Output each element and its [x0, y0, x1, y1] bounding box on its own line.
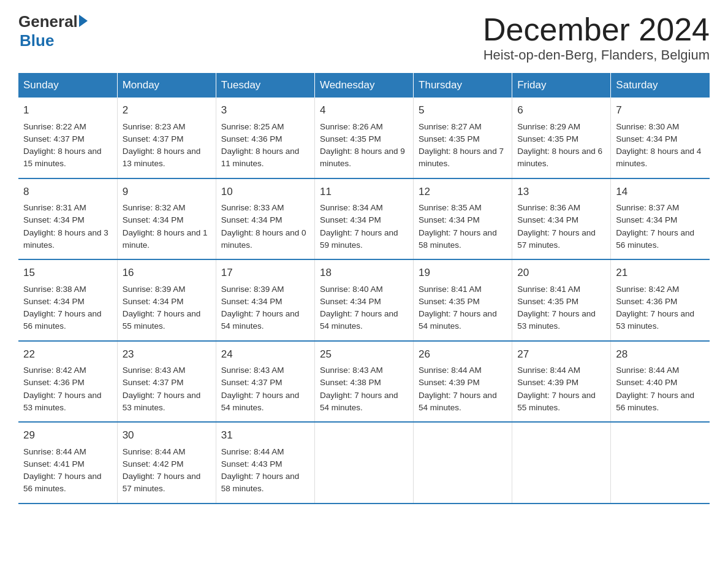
weekday-header-friday: Friday: [512, 73, 611, 98]
calendar-cell: 8Sunrise: 8:31 AMSunset: 4:34 PMDaylight…: [18, 178, 117, 260]
day-number: 26: [419, 347, 507, 362]
calendar-cell: 5Sunrise: 8:27 AMSunset: 4:35 PMDaylight…: [414, 98, 512, 178]
calendar-cell: 13Sunrise: 8:36 AMSunset: 4:34 PMDayligh…: [512, 178, 611, 260]
logo: General Blue: [18, 12, 88, 50]
day-number: 23: [123, 347, 211, 362]
calendar-cell: 19Sunrise: 8:41 AMSunset: 4:35 PMDayligh…: [414, 259, 512, 341]
day-number: 2: [123, 102, 211, 118]
day-number: 5: [419, 102, 507, 118]
day-number: 1: [23, 102, 112, 118]
week-row-3: 15Sunrise: 8:38 AMSunset: 4:34 PMDayligh…: [18, 259, 710, 341]
calendar-cell: 1Sunrise: 8:22 AMSunset: 4:37 PMDaylight…: [18, 98, 117, 178]
day-number: 20: [517, 265, 605, 281]
logo-blue: Blue: [20, 31, 88, 50]
calendar-cell: 21Sunrise: 8:42 AMSunset: 4:36 PMDayligh…: [611, 259, 710, 341]
calendar-cell: 28Sunrise: 8:44 AMSunset: 4:40 PMDayligh…: [611, 341, 710, 423]
month-title: December 2024: [483, 12, 710, 47]
day-number: 9: [123, 184, 211, 200]
day-number: 14: [616, 184, 705, 200]
logo-triangle-icon: [79, 15, 88, 27]
week-row-5: 29Sunrise: 8:44 AMSunset: 4:41 PMDayligh…: [18, 422, 710, 504]
day-number: 17: [221, 265, 309, 281]
calendar-cell: 24Sunrise: 8:43 AMSunset: 4:37 PMDayligh…: [216, 341, 314, 423]
day-number: 8: [23, 184, 112, 200]
day-number: 24: [221, 347, 309, 362]
day-number: 21: [616, 265, 705, 281]
calendar-cell: 2Sunrise: 8:23 AMSunset: 4:37 PMDaylight…: [117, 98, 216, 178]
weekday-header-sunday: Sunday: [18, 73, 117, 98]
calendar-cell: [512, 422, 611, 504]
day-number: 16: [123, 265, 211, 281]
calendar-cell: 7Sunrise: 8:30 AMSunset: 4:34 PMDaylight…: [611, 98, 710, 178]
week-row-4: 22Sunrise: 8:42 AMSunset: 4:36 PMDayligh…: [18, 341, 710, 423]
calendar-cell: [414, 422, 512, 504]
calendar-cell: 22Sunrise: 8:42 AMSunset: 4:36 PMDayligh…: [18, 341, 117, 423]
page-header: General Blue December 2024 Heist-op-den-…: [18, 12, 710, 63]
weekday-header-monday: Monday: [117, 73, 216, 98]
calendar-cell: 18Sunrise: 8:40 AMSunset: 4:34 PMDayligh…: [314, 259, 413, 341]
day-number: 27: [517, 347, 605, 362]
calendar-cell: 16Sunrise: 8:39 AMSunset: 4:34 PMDayligh…: [117, 259, 216, 341]
day-number: 10: [221, 184, 309, 200]
calendar-cell: 30Sunrise: 8:44 AMSunset: 4:42 PMDayligh…: [117, 422, 216, 504]
day-number: 11: [320, 184, 408, 200]
calendar-cell: 10Sunrise: 8:33 AMSunset: 4:34 PMDayligh…: [216, 178, 314, 260]
logo-general: General: [18, 12, 78, 31]
calendar-cell: 27Sunrise: 8:44 AMSunset: 4:39 PMDayligh…: [512, 341, 611, 423]
calendar-cell: 15Sunrise: 8:38 AMSunset: 4:34 PMDayligh…: [18, 259, 117, 341]
day-number: 29: [23, 427, 112, 443]
day-number: 28: [616, 347, 705, 362]
calendar-table: SundayMondayTuesdayWednesdayThursdayFrid…: [18, 73, 710, 504]
weekday-header-thursday: Thursday: [414, 73, 512, 98]
weekday-header-tuesday: Tuesday: [216, 73, 314, 98]
calendar-cell: 9Sunrise: 8:32 AMSunset: 4:34 PMDaylight…: [117, 178, 216, 260]
day-number: 19: [419, 265, 507, 281]
day-number: 13: [517, 184, 605, 200]
calendar-cell: 17Sunrise: 8:39 AMSunset: 4:34 PMDayligh…: [216, 259, 314, 341]
title-block: December 2024 Heist-op-den-Berg, Flander…: [483, 12, 710, 63]
calendar-cell: 4Sunrise: 8:26 AMSunset: 4:35 PMDaylight…: [314, 98, 413, 178]
calendar-cell: 12Sunrise: 8:35 AMSunset: 4:34 PMDayligh…: [414, 178, 512, 260]
calendar-cell: 25Sunrise: 8:43 AMSunset: 4:38 PMDayligh…: [314, 341, 413, 423]
calendar-cell: 29Sunrise: 8:44 AMSunset: 4:41 PMDayligh…: [18, 422, 117, 504]
day-number: 3: [221, 102, 309, 118]
day-number: 6: [517, 102, 605, 118]
weekday-header-saturday: Saturday: [611, 73, 710, 98]
day-number: 31: [221, 427, 309, 443]
day-number: 12: [419, 184, 507, 200]
day-number: 7: [616, 102, 705, 118]
day-number: 22: [23, 347, 112, 362]
calendar-cell: 11Sunrise: 8:34 AMSunset: 4:34 PMDayligh…: [314, 178, 413, 260]
calendar-cell: 23Sunrise: 8:43 AMSunset: 4:37 PMDayligh…: [117, 341, 216, 423]
day-number: 4: [320, 102, 408, 118]
calendar-cell: 31Sunrise: 8:44 AMSunset: 4:43 PMDayligh…: [216, 422, 314, 504]
day-number: 15: [23, 265, 112, 281]
weekday-header-row: SundayMondayTuesdayWednesdayThursdayFrid…: [18, 73, 710, 98]
calendar-cell: 6Sunrise: 8:29 AMSunset: 4:35 PMDaylight…: [512, 98, 611, 178]
calendar-cell: [611, 422, 710, 504]
week-row-2: 8Sunrise: 8:31 AMSunset: 4:34 PMDaylight…: [18, 178, 710, 260]
calendar-cell: 14Sunrise: 8:37 AMSunset: 4:34 PMDayligh…: [611, 178, 710, 260]
calendar-cell: [314, 422, 413, 504]
day-number: 25: [320, 347, 408, 362]
calendar-cell: 3Sunrise: 8:25 AMSunset: 4:36 PMDaylight…: [216, 98, 314, 178]
weekday-header-wednesday: Wednesday: [314, 73, 413, 98]
location-title: Heist-op-den-Berg, Flanders, Belgium: [483, 47, 710, 63]
day-number: 30: [123, 427, 211, 443]
calendar-cell: 20Sunrise: 8:41 AMSunset: 4:35 PMDayligh…: [512, 259, 611, 341]
week-row-1: 1Sunrise: 8:22 AMSunset: 4:37 PMDaylight…: [18, 98, 710, 178]
calendar-cell: 26Sunrise: 8:44 AMSunset: 4:39 PMDayligh…: [414, 341, 512, 423]
day-number: 18: [320, 265, 408, 281]
